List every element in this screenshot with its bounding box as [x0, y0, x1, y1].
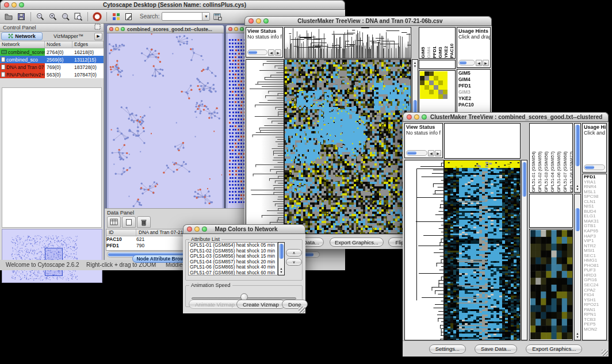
close-button[interactable]	[109, 27, 113, 31]
column-label[interactable]: GPL51-04 (GSM857)	[550, 124, 555, 192]
heatmap-canvas[interactable]	[445, 160, 520, 340]
gene-label[interactable]: PFD1	[458, 83, 490, 89]
gene-label[interactable]: GIM5	[458, 70, 490, 76]
minimize-button[interactable]	[194, 227, 200, 232]
usage-hints-scrollbar[interactable]: ◀ ▶	[458, 59, 489, 66]
zoom-matrix-canvas[interactable]	[420, 71, 447, 99]
main-titlebar[interactable]: Cytoscape Desktop (Session Name: collins…	[0, 0, 345, 10]
tab-vizmapper[interactable]: VizMapper™	[44, 33, 93, 39]
treeview2-titlebar[interactable]: ClusterMaker TreeView : combined_scores_…	[403, 112, 609, 122]
gene-label[interactable]: GIM4	[458, 76, 490, 83]
view-status-scrollbar[interactable]: ◀ ▶	[406, 150, 441, 156]
tab-network[interactable]: Network	[1, 32, 43, 40]
header-nodes[interactable]: Nodes	[45, 41, 72, 48]
minimize-button[interactable]	[256, 18, 261, 24]
scroll-arrows[interactable]: ▲▼	[575, 184, 580, 191]
attribute-select-icon[interactable]	[107, 216, 121, 228]
row-dendrogram-canvas[interactable]	[246, 60, 284, 233]
network-table-row[interactable]: combined_scores2764(0)16218(0)	[0, 48, 104, 56]
attribute-list-item[interactable]: GPL51-07 (GSM868) heat shock 60 min	[190, 270, 277, 275]
open-file-icon[interactable]	[3, 12, 14, 22]
header-edges[interactable]: Edges	[72, 41, 104, 48]
column-label[interactable]: YKE2	[443, 28, 449, 58]
zoom-fit-icon[interactable]	[73, 12, 83, 22]
network-view-titlebar[interactable]: combined_scores_good.txt--cluste...	[107, 25, 224, 33]
zoom-button[interactable]	[240, 27, 244, 31]
network-canvas[interactable]	[109, 33, 222, 210]
column-label[interactable]: GPL51-02 (GSM855)	[537, 124, 542, 192]
close-button[interactable]	[407, 114, 412, 120]
combo-dropdown-icon[interactable]: ▼	[202, 13, 209, 20]
network-table-row[interactable]: DNA and Tran 07769(0)183728(0)	[0, 63, 104, 71]
move-up-button[interactable]: ∧	[286, 249, 302, 256]
network-table-row[interactable]: combined_sco2569(6)13112(15)	[0, 56, 104, 63]
row-dendrogram-canvas[interactable]	[405, 160, 443, 340]
global-strip-panel[interactable]	[529, 194, 573, 228]
column-dendrogram-canvas[interactable]	[285, 28, 411, 58]
move-down-button[interactable]: ∨	[286, 258, 302, 266]
column-label[interactable]: GPL51-01 (GSM854)	[531, 124, 536, 192]
help-icon[interactable]	[92, 12, 102, 22]
scroll-right-icon[interactable]: ▶	[275, 49, 281, 56]
treeview-button[interactable]: Export Graphics...	[330, 237, 384, 247]
treeview-button[interactable]: Export Graphics...	[526, 344, 582, 354]
close-button[interactable]	[4, 2, 9, 7]
scrollbar-thumb[interactable]	[279, 244, 284, 259]
attribute-list-scrollbar[interactable]: ▲▼	[278, 242, 285, 275]
scrollbar-thumb[interactable]	[575, 208, 580, 231]
scroll-arrows[interactable]: ▲▼	[575, 332, 580, 339]
treeview-button[interactable]: Save Data...	[475, 344, 517, 354]
zoom-button[interactable]	[121, 27, 125, 31]
zoom-button[interactable]	[422, 114, 427, 120]
close-button[interactable]	[187, 227, 192, 232]
close-button[interactable]	[228, 27, 232, 31]
vizmap-icon[interactable]	[111, 12, 121, 22]
column-label[interactable]: PFD1	[432, 28, 437, 58]
scrollbar-thumb[interactable]	[522, 162, 526, 197]
column-label[interactable]: GIM3	[438, 28, 443, 58]
create-vizmap-button[interactable]: Create Vizmap	[236, 300, 285, 309]
scroll-arrows[interactable]: ▲▼	[278, 267, 284, 274]
float-panel-icon[interactable]	[94, 24, 101, 31]
column-label[interactable]: PAC10	[449, 28, 454, 58]
scroll-left-icon[interactable]: ◀	[428, 150, 434, 156]
search-combobox[interactable]: ▼	[162, 12, 210, 21]
minimize-button[interactable]	[414, 114, 419, 120]
header-id[interactable]: ID	[106, 229, 136, 236]
scrollbar-thumb[interactable]	[575, 125, 580, 166]
column-label[interactable]: GPL51-08 (GSM872)	[569, 124, 573, 192]
usage-hints-scrollbar[interactable]	[584, 164, 605, 171]
dialog-titlebar[interactable]: Map Colors to Network	[183, 224, 305, 234]
labels-vscrollbar[interactable]: ▲▼	[574, 123, 581, 193]
zoom-out-icon[interactable]	[35, 12, 45, 22]
save-icon[interactable]	[16, 12, 26, 22]
view-status-scrollbar[interactable]: ◀ ▶	[247, 49, 281, 56]
heatmap-canvas[interactable]	[285, 60, 411, 233]
import-table-icon[interactable]	[212, 12, 223, 22]
gene-label[interactable]: PAC10	[458, 102, 490, 108]
close-button[interactable]	[248, 18, 254, 24]
global-strip-panel[interactable]	[419, 60, 456, 69]
scroll-left-icon[interactable]: ◀	[476, 60, 482, 66]
scroll-arrows[interactable]: ▲▼	[412, 61, 418, 68]
column-label[interactable]: GPL51-07 (GSM868)	[563, 124, 568, 192]
zoom-button[interactable]	[263, 18, 269, 24]
minimize-button[interactable]	[12, 2, 17, 7]
search-input[interactable]	[162, 13, 202, 20]
animate-vizmap-button[interactable]: Animate Vizmap	[189, 300, 241, 309]
column-label[interactable]: GPL51-06 (GSM865)	[556, 124, 561, 192]
zoom-in-icon[interactable]	[48, 12, 58, 22]
scroll-left-icon[interactable]: ◀	[268, 49, 274, 56]
attribute-list[interactable]: GPL51-01 (GSM854) heat shock 05 minGPL51…	[188, 242, 278, 275]
minimize-button[interactable]	[234, 27, 238, 31]
minimize-button[interactable]	[115, 27, 119, 31]
header-network[interactable]: Network	[0, 41, 45, 48]
zoom-button[interactable]	[202, 227, 207, 232]
network-overview-canvas[interactable]	[2, 229, 102, 283]
annotation-icon[interactable]	[124, 12, 134, 22]
zoom-heatmap-canvas[interactable]	[530, 230, 572, 339]
new-attribute-icon[interactable]	[122, 216, 136, 228]
column-label[interactable]: GIM5	[420, 28, 426, 58]
scroll-right-icon[interactable]: ▶	[483, 60, 489, 66]
scroll-right-icon[interactable]: ▶	[435, 150, 441, 156]
